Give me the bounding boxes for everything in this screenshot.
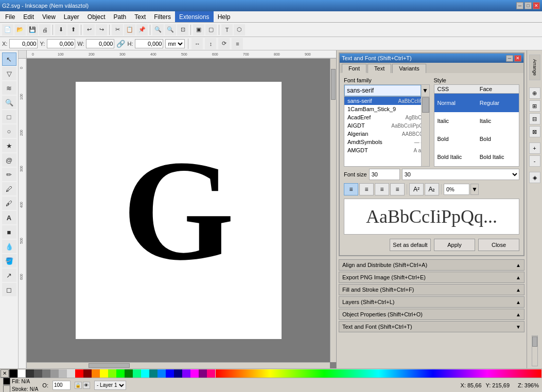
color-red[interactable] xyxy=(75,369,83,378)
text-button[interactable]: T xyxy=(221,24,233,35)
align-center-button[interactable]: ≡ xyxy=(359,183,374,195)
right-panel-scrollbar[interactable] xyxy=(532,335,538,366)
print-button[interactable]: 🖨 xyxy=(39,24,50,35)
connector-tool[interactable]: ↗ xyxy=(2,269,16,282)
color-orange[interactable] xyxy=(92,369,100,378)
align-button[interactable]: ≡ xyxy=(232,38,243,49)
h-scroll-thumb[interactable] xyxy=(89,363,130,368)
plus-btn[interactable]: + xyxy=(529,142,540,154)
menu-extensions[interactable]: Extensions xyxy=(175,11,214,22)
color-gray1[interactable] xyxy=(26,369,34,378)
subscript-button[interactable]: A₂ xyxy=(425,183,439,195)
lock-opacity-button[interactable]: 🔒 xyxy=(75,382,82,389)
menu-view[interactable]: View xyxy=(38,11,60,22)
layers-panel[interactable]: Layers (Shift+Ctrl+L) ▲ xyxy=(339,296,524,308)
tab-text[interactable]: Text xyxy=(368,64,391,73)
flip-h-button[interactable]: ↔ xyxy=(191,38,203,49)
align-distribute-panel[interactable]: Align and Distribute (Shift+Ctrl+A) ▲ xyxy=(339,259,524,271)
font-size-dropdown[interactable]: 8101214182430364872 xyxy=(402,169,519,180)
menu-layer[interactable]: Layer xyxy=(60,11,83,22)
style-row-bold[interactable]: Bold Bold xyxy=(434,130,519,148)
open-button[interactable]: 📂 xyxy=(14,24,26,35)
font-item-acadref[interactable]: AcadEref AgBbCc( xyxy=(344,113,429,121)
rect-tool[interactable]: □ xyxy=(2,110,16,123)
zoom-in-button[interactable]: 🔍 xyxy=(152,24,164,35)
tab-variants[interactable]: Variants xyxy=(392,64,426,73)
dialog-close[interactable]: ✕ xyxy=(514,55,521,62)
font-item-algerian[interactable]: Algerian AABBCCII xyxy=(344,130,429,138)
fill-stroke-panel[interactable]: Fill and Stroke (Shift+Ctrl+F) ▲ xyxy=(339,284,524,295)
color-yellow-green[interactable] xyxy=(108,369,116,378)
tweak-tool[interactable]: ≋ xyxy=(2,81,16,95)
color-magenta[interactable] xyxy=(190,369,199,378)
calligraphy-tool[interactable]: 🖋 xyxy=(2,197,16,210)
apply-button[interactable]: Apply xyxy=(434,239,475,251)
copy-button[interactable]: 📋 xyxy=(124,24,135,35)
snap-btn-2[interactable]: ⊞ xyxy=(529,100,540,112)
menu-file[interactable]: File xyxy=(1,11,19,22)
set-default-button[interactable]: Set as default xyxy=(390,239,431,251)
transform-button[interactable]: ⟳ xyxy=(218,38,230,49)
cut-button[interactable]: ✂ xyxy=(112,24,123,35)
zoom-fit-button[interactable]: ⊡ xyxy=(177,24,188,35)
font-scroll-thumb[interactable] xyxy=(422,97,429,113)
export-png-panel[interactable]: Export PNG Image (Shift+Ctrl+E) ▲ xyxy=(339,272,524,283)
pencil-tool[interactable]: ✏ xyxy=(2,168,16,181)
star-tool[interactable]: ★ xyxy=(2,139,16,152)
select-tool[interactable]: ↖ xyxy=(2,52,16,66)
flip-v-button[interactable]: ↕ xyxy=(205,38,216,49)
vertical-scrollbar[interactable] xyxy=(330,59,336,362)
paste-button[interactable]: 📌 xyxy=(136,24,148,35)
y-input[interactable] xyxy=(47,39,75,48)
spiral-tool[interactable]: @ xyxy=(2,153,16,167)
menu-object[interactable]: Object xyxy=(83,11,110,22)
object-properties-panel[interactable]: Object Properties (Shift+Ctrl+O) ▲ xyxy=(339,309,524,320)
font-item-sans-serif[interactable]: sans-serif AaBbCcIiPp xyxy=(344,97,429,105)
align-right-button[interactable]: ≡ xyxy=(375,183,389,195)
style-row-bold-italic[interactable]: Bold Italic Bold Italic xyxy=(434,148,519,166)
save-button[interactable]: 💾 xyxy=(27,24,38,35)
color-gray6[interactable] xyxy=(67,369,75,378)
style-row-normal[interactable]: Normal Regular xyxy=(434,94,519,112)
color-green[interactable] xyxy=(116,369,125,378)
undo-button[interactable]: ↩ xyxy=(83,24,95,35)
font-item-aigdt[interactable]: AIGDT AaBbCcIiPpQq xyxy=(344,121,429,130)
menu-edit[interactable]: Edit xyxy=(19,11,38,22)
opacity-input[interactable] xyxy=(53,381,71,390)
ungroup-button[interactable]: ▢ xyxy=(205,24,217,35)
export-button[interactable]: ⬆ xyxy=(67,24,79,35)
redo-button[interactable]: ↪ xyxy=(96,24,107,35)
tab-font[interactable]: Font xyxy=(342,64,366,73)
font-item-amdt[interactable]: AmdtSymbols — — xyxy=(344,138,429,146)
color-blue[interactable] xyxy=(166,369,174,378)
group-button[interactable]: ▣ xyxy=(193,24,204,35)
menu-text[interactable]: Text xyxy=(130,11,150,22)
unit-selector[interactable]: mm px pt cm in xyxy=(165,39,185,48)
snap-btn-1[interactable]: ⊕ xyxy=(529,87,540,99)
color-cyan[interactable] xyxy=(141,369,149,378)
minimize-button[interactable]: ─ xyxy=(516,2,523,9)
text-tool[interactable]: A xyxy=(2,211,16,224)
node-button[interactable]: ⬡ xyxy=(234,24,245,35)
color-blue-light[interactable] xyxy=(158,369,166,378)
font-item-amgdt[interactable]: AMGDT A a B xyxy=(344,146,429,154)
font-size-input[interactable] xyxy=(369,169,400,180)
color-magenta-dark[interactable] xyxy=(199,369,207,378)
color-pink[interactable] xyxy=(207,369,215,378)
snap-btn-4[interactable]: ⊠ xyxy=(529,126,540,137)
v-scroll-thumb[interactable] xyxy=(331,69,336,100)
color-blue-dark[interactable] xyxy=(174,369,182,378)
paint-bucket-tool[interactable]: 🪣 xyxy=(2,254,16,268)
zoom-out-button[interactable]: 🔍 xyxy=(165,24,176,35)
color-black[interactable] xyxy=(9,369,18,378)
style-row-italic[interactable]: Italic Italic xyxy=(434,112,519,130)
close-dialog-button[interactable]: Close xyxy=(478,239,519,251)
text-font-panel[interactable]: Text and Font (Shift+Ctrl+T) ▼ xyxy=(339,321,524,332)
color-gray2[interactable] xyxy=(34,369,42,378)
circle-tool[interactable]: ○ xyxy=(2,124,16,138)
spacing-input[interactable] xyxy=(444,184,469,195)
spacing-dropdown-btn[interactable]: ▼ xyxy=(470,184,479,195)
w-input[interactable] xyxy=(86,39,114,48)
maximize-button[interactable]: □ xyxy=(524,2,532,9)
menu-filters[interactable]: Filters xyxy=(150,11,175,22)
